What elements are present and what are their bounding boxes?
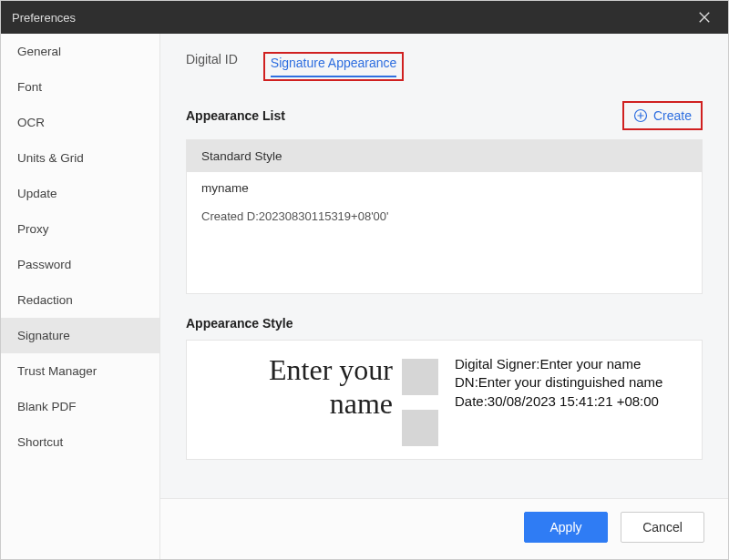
sidebar-item-proxy[interactable]: Proxy xyxy=(1,211,159,247)
main: Digital ID Signature Appearance Appearan… xyxy=(160,34,728,559)
sidebar-item-update[interactable]: Update xyxy=(1,176,159,211)
tab-highlight: Signature Appearance xyxy=(263,52,405,81)
close-icon xyxy=(698,11,711,24)
sidebar-item-trust-manager[interactable]: Trust Manager xyxy=(1,353,159,389)
cancel-button[interactable]: Cancel xyxy=(621,512,704,543)
preview-placeholder-column xyxy=(402,353,446,446)
window-title: Preferences xyxy=(12,11,692,25)
preview-signer: Digital Signer:Enter your name xyxy=(455,355,687,373)
sidebar-item-redaction[interactable]: Redaction xyxy=(1,282,159,318)
apply-button[interactable]: Apply xyxy=(524,512,608,543)
sidebar: General Font OCR Units & Grid Update Pro… xyxy=(1,34,160,559)
close-button[interactable] xyxy=(692,5,717,30)
titlebar: Preferences xyxy=(1,1,728,34)
preview-placeholder-block xyxy=(402,410,438,446)
sidebar-item-ocr[interactable]: OCR xyxy=(1,105,159,140)
appearance-style-heading: Appearance Style xyxy=(186,316,703,331)
content: Digital ID Signature Appearance Appearan… xyxy=(160,34,728,498)
preview-details: Digital Signer:Enter your name DN:Enter … xyxy=(455,353,687,411)
create-button[interactable]: Create xyxy=(622,101,703,130)
sidebar-item-blank-pdf[interactable]: Blank PDF xyxy=(1,389,159,424)
list-row-entry-name[interactable]: myname xyxy=(187,172,702,204)
sidebar-item-general[interactable]: General xyxy=(1,34,159,69)
preview-name-line2: name xyxy=(330,387,393,421)
plus-circle-icon xyxy=(633,108,648,123)
sidebar-item-password[interactable]: Password xyxy=(1,247,159,282)
appearance-style-box: Enter your name Digital Signer:Enter you… xyxy=(186,340,703,460)
sidebar-item-font[interactable]: Font xyxy=(1,69,159,105)
sidebar-item-signature[interactable]: Signature xyxy=(1,318,159,353)
preview-name: Enter your name xyxy=(201,353,393,421)
preview-dn: DN:Enter your distinguished name xyxy=(455,373,687,392)
list-row-entry-detail: Created D:20230830115319+08'00' xyxy=(187,204,702,232)
create-button-label: Create xyxy=(653,108,692,123)
sidebar-item-units-grid[interactable]: Units & Grid xyxy=(1,140,159,176)
preview-date: Date:30/08/2023 15:41:21 +08:00 xyxy=(455,392,687,411)
preview-name-line1: Enter your xyxy=(269,353,393,387)
preferences-window: Preferences General Font OCR Units & Gri… xyxy=(0,0,729,560)
sidebar-item-shortcut[interactable]: Shortcut xyxy=(1,424,159,460)
appearance-list-heading: Appearance List xyxy=(186,108,622,123)
appearance-list-box: Standard Style myname Created D:20230830… xyxy=(186,139,703,294)
appearance-list-header: Appearance List Create xyxy=(186,101,703,130)
preview-placeholder-block xyxy=(402,359,438,395)
body: General Font OCR Units & Grid Update Pro… xyxy=(1,34,728,559)
tab-digital-id[interactable]: Digital ID xyxy=(186,52,238,72)
footer: Apply Cancel xyxy=(160,498,728,559)
tabs: Digital ID Signature Appearance xyxy=(186,52,703,81)
list-row-standard[interactable]: Standard Style xyxy=(187,140,702,172)
tab-signature-appearance[interactable]: Signature Appearance xyxy=(271,56,397,77)
